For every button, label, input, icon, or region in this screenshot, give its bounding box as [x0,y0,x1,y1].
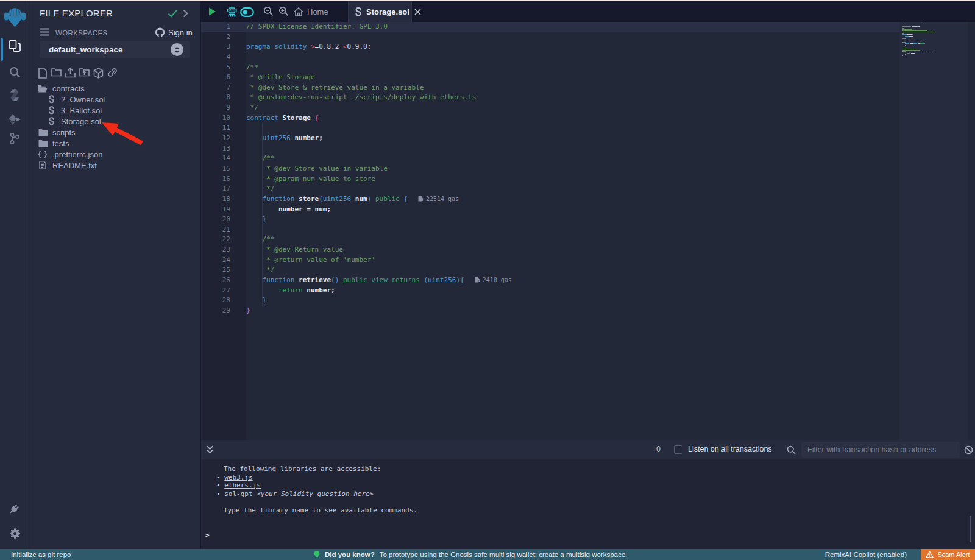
terminal-output[interactable]: The following libraries are accessible: … [201,459,975,550]
solidity-file-icon [46,95,56,104]
file-explorer-icon[interactable] [0,39,29,53]
scam-alert-button[interactable]: Scam Alert [921,549,975,560]
minimap-line [902,34,913,35]
code-line-24: 24 * @return value of 'number' [201,255,899,266]
editor-minimap[interactable] [899,22,968,440]
terminal-scrollbar[interactable] [970,516,971,542]
tree-item-label: scripts [52,128,76,137]
terminal-search-icon [787,445,796,455]
sign-in-button[interactable]: Sign in [155,27,193,37]
code-line-13: 13 [201,144,899,154]
status-bar: Initialize as git repo Did you know? To … [0,549,975,560]
terminal-prompt[interactable]: > [205,531,210,539]
remix-logo-icon[interactable] [0,6,29,29]
panel-expand-icon[interactable] [183,9,188,18]
folder-icon [38,129,48,136]
terminal-header[interactable]: 0 Listen on all transactions [201,440,975,459]
file-explorer-panel: FILE EXPLORER WORKSPACES Sign in default… [30,1,201,548]
home-icon [294,7,303,16]
web3-link[interactable]: web3.js [224,473,252,481]
workspaces-menu-icon[interactable] [40,28,49,36]
code-editor[interactable]: 1// SPDX-License-Identifier: GPL-3.023pr… [201,22,975,440]
create-file-icon[interactable] [37,68,48,79]
home-tab-label: Home [307,7,328,16]
remixai-robot-icon[interactable] [227,6,237,17]
folder-open-icon [38,85,48,93]
create-folder-icon[interactable] [51,68,62,79]
terminal-line: The following libraries are accessible: [224,465,381,473]
clear-console-icon[interactable] [964,445,973,455]
code-line-6: 6 * @title Storage [201,73,899,83]
tree-item-2-owner-sol[interactable]: 2_Owner.sol [30,94,200,105]
git-init-button[interactable]: Initialize as git repo [11,551,71,558]
tree-item-contracts[interactable]: contracts [30,83,200,94]
tree-item-label: 2_Owner.sol [61,95,105,104]
zoom-out-icon[interactable] [263,6,274,16]
upload-folder-icon[interactable] [79,68,90,79]
copilot-status[interactable]: RemixAI Copilot (enabled) [825,551,907,558]
tree-item-3-ballot-sol[interactable]: 3_Ballot.sol [30,105,200,116]
code-line-16: 16 * @param num value to store [201,174,899,185]
plugin-manager-icon[interactable] [0,502,29,516]
code-line-15: 15 * @dev Store value in variable [201,164,899,174]
code-line-10: 10contract Storage { [201,113,899,124]
search-icon[interactable] [0,66,29,79]
code-line-8: 8 * @custom:dev-run-script ./scripts/dep… [201,93,899,103]
tab-home[interactable]: Home [294,1,328,22]
ethers-link[interactable]: ethers.js [224,481,261,489]
upload-file-icon[interactable] [65,68,76,79]
ipfs-import-icon[interactable] [93,68,104,79]
code-line-26: 26 function retrieve() public view retur… [201,275,899,286]
workspace-name: default_workspace [49,45,171,54]
tree-item-readme-txt[interactable]: README.txt [30,160,200,171]
tip-title: Did you know? [325,551,375,558]
panel-title: FILE EXPLORER [40,8,113,18]
code-line-23: 23 * @dev Return value [201,245,899,255]
terminal-line: Type the library name to see available c… [224,506,417,514]
import-url-icon[interactable] [107,68,118,79]
workspace-select-toggle-icon[interactable] [171,43,183,56]
minimap-line [902,55,903,56]
code-line-7: 7 * @dev Store & retrieve value in a var… [201,83,899,93]
zoom-in-icon[interactable] [278,6,289,16]
settings-icon[interactable] [0,527,29,540]
folder-icon [38,140,48,147]
transaction-filter-input[interactable] [801,442,960,458]
tab-label: Storage.sol [366,7,410,16]
tree-item-label: 3_Ballot.sol [61,106,102,115]
code-line-28: 28 } [201,296,899,306]
workspace-select[interactable]: default_workspace [40,41,190,58]
deploy-run-icon[interactable] [0,113,29,126]
code-line-14: 14 /** [201,154,899,164]
main-area: Home Storage.sol 1// SPDX-License-Identi… [201,1,975,548]
terminal-collapse-icon[interactable] [206,445,214,454]
tree-item-label: README.txt [52,161,97,170]
workspace-ok-icon [168,9,178,18]
tree-item--prettierrc-json[interactable]: .prettierrc.json [30,149,200,160]
toolbar-divider [260,5,260,18]
git-icon[interactable] [0,132,29,145]
code-line-21: 21 [201,225,899,235]
minimap-line [902,24,922,24]
code-line-12: 12 uint256 number; [201,133,899,144]
listen-transactions-label[interactable]: Listen on all transactions [688,445,772,453]
copilot-toggle-icon[interactable] [240,7,254,17]
code-line-5: 5/** [201,63,899,73]
terminal-line: • sol-gpt <your Solidity question here> [216,490,374,498]
run-script-icon[interactable] [207,7,217,16]
sign-in-label: Sign in [168,28,193,37]
solidity-compiler-icon[interactable] [0,88,29,102]
listen-transactions-checkbox[interactable] [674,445,682,454]
tree-item-label: .prettierrc.json [52,150,102,159]
github-icon [155,27,165,37]
tab-storage-sol[interactable]: Storage.sol [348,1,412,22]
scam-alert-label: Scam Alert [937,551,970,558]
window-top-edge [0,0,975,1]
minimap-line [902,36,913,37]
terminal-line: • ethers.js [216,481,261,489]
code-line-9: 9 */ [201,103,899,113]
tab-close-icon[interactable] [414,9,421,15]
tree-item-label: Storage.sol [61,117,101,126]
editor-tabbar: Home Storage.sol [201,1,975,22]
warning-icon [926,551,934,558]
